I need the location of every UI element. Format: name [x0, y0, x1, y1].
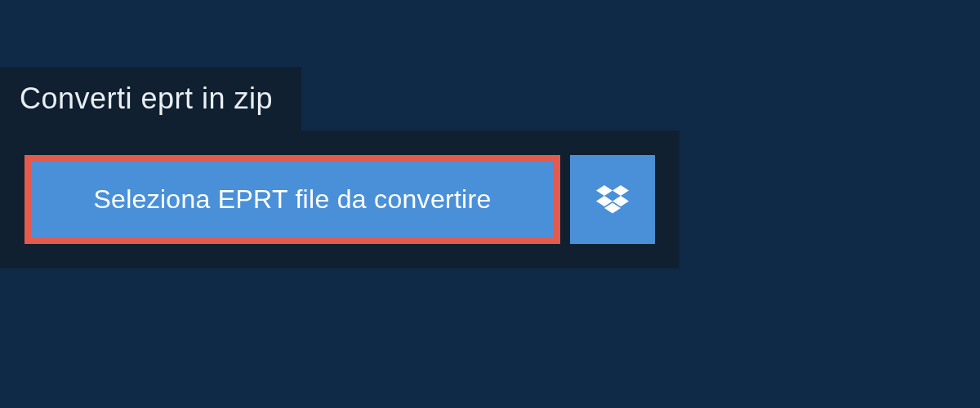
- dropbox-icon: [596, 185, 629, 215]
- tab-convert[interactable]: Converti eprt in zip: [0, 67, 301, 131]
- upload-panel: Seleziona EPRT file da convertire: [0, 131, 679, 268]
- tab-title: Converti eprt in zip: [20, 82, 273, 115]
- tab-bar: Converti eprt in zip: [0, 67, 980, 131]
- dropbox-button[interactable]: [570, 155, 655, 244]
- select-file-button[interactable]: Seleziona EPRT file da convertire: [24, 155, 560, 244]
- select-file-label: Seleziona EPRT file da convertire: [93, 184, 491, 214]
